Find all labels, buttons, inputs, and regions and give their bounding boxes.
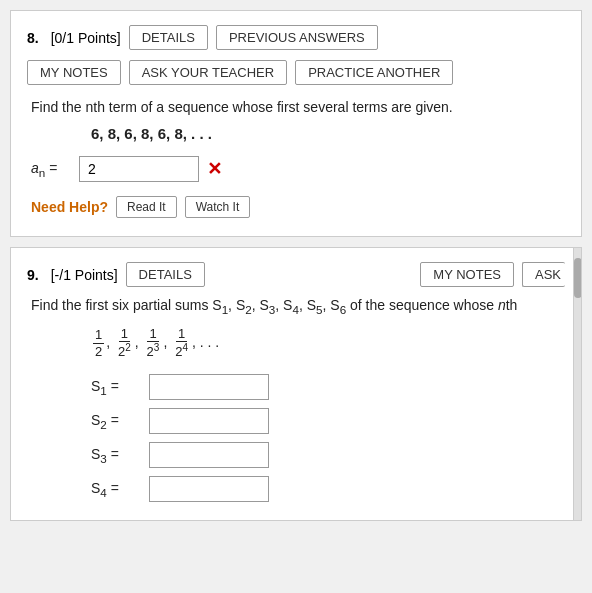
q9-s3-label: S3 = [91, 446, 141, 465]
q9-s1-input[interactable] [149, 374, 269, 400]
q8-previous-answers-button[interactable]: PREVIOUS ANSWERS [216, 25, 378, 50]
q9-s1-label: S1 = [91, 378, 141, 397]
q9-partial-sums: S1 = S2 = S3 = S4 = [91, 374, 565, 502]
frac-4: 1 24 [173, 326, 190, 361]
q9-s1-row: S1 = [91, 374, 565, 400]
q9-number: 9. [27, 267, 39, 283]
q8-btn-row2: MY NOTES ASK YOUR TEACHER PRACTICE ANOTH… [27, 60, 565, 85]
q8-answer-label: an = [31, 160, 71, 179]
q8-header: 8. [0/1 Points] DETAILS PREVIOUS ANSWERS [27, 25, 565, 50]
q8-practice-another-button[interactable]: PRACTICE ANOTHER [295, 60, 453, 85]
q8-sequence: 6, 8, 6, 8, 6, 8, . . . [91, 125, 565, 142]
q8-answer-input[interactable] [79, 156, 199, 182]
q8-watch-it-button[interactable]: Watch It [185, 196, 251, 218]
q8-my-notes-button[interactable]: MY NOTES [27, 60, 121, 85]
q8-wrong-mark: ✕ [207, 158, 222, 180]
q8-details-button[interactable]: DETAILS [129, 25, 208, 50]
q9-s4-row: S4 = [91, 476, 565, 502]
frac-1: 1 2 [93, 327, 104, 359]
q9-s3-row: S3 = [91, 442, 565, 468]
q9-sequence: 1 2 , 1 22 , 1 23 , 1 24 , . . . [91, 326, 565, 361]
q8-body: Find the nth term of a sequence whose fi… [27, 99, 565, 218]
q8-ask-teacher-button[interactable]: ASK YOUR TEACHER [129, 60, 287, 85]
q9-header: 9. [-/1 Points] DETAILS MY NOTES ASK [27, 262, 565, 287]
question-9-block: 9. [-/1 Points] DETAILS MY NOTES ASK Fin… [10, 247, 582, 521]
q9-header-right: MY NOTES ASK [420, 262, 565, 287]
q9-s3-input[interactable] [149, 442, 269, 468]
q9-ask-button[interactable]: ASK [522, 262, 565, 287]
q8-answer-row: an = ✕ [31, 156, 565, 182]
q8-read-it-button[interactable]: Read It [116, 196, 177, 218]
q9-points: [-/1 Points] [51, 267, 118, 283]
question-8-block: 8. [0/1 Points] DETAILS PREVIOUS ANSWERS… [10, 10, 582, 237]
q9-s2-label: S2 = [91, 412, 141, 431]
ellipsis: . . . [200, 334, 219, 350]
q8-points: [0/1 Points] [51, 30, 121, 46]
q9-s4-label: S4 = [91, 480, 141, 499]
frac-3: 1 23 [145, 326, 162, 361]
q9-details-button[interactable]: DETAILS [126, 262, 205, 287]
q9-s2-input[interactable] [149, 408, 269, 434]
frac-2: 1 22 [116, 326, 133, 361]
page-wrapper: 8. [0/1 Points] DETAILS PREVIOUS ANSWERS… [0, 0, 592, 531]
q9-body: Find the first six partial sums S1, S2, … [27, 297, 565, 502]
q9-question-text: Find the first six partial sums S1, S2, … [31, 297, 565, 316]
q9-s4-input[interactable] [149, 476, 269, 502]
q9-s2-row: S2 = [91, 408, 565, 434]
q8-question-text: Find the nth term of a sequence whose fi… [31, 99, 565, 115]
q9-my-notes-button[interactable]: MY NOTES [420, 262, 514, 287]
scrollbar-track [573, 248, 581, 520]
q8-need-help-label: Need Help? [31, 199, 108, 215]
scrollbar-thumb[interactable] [574, 258, 582, 298]
q8-need-help-row: Need Help? Read It Watch It [31, 196, 565, 218]
q8-number: 8. [27, 30, 39, 46]
